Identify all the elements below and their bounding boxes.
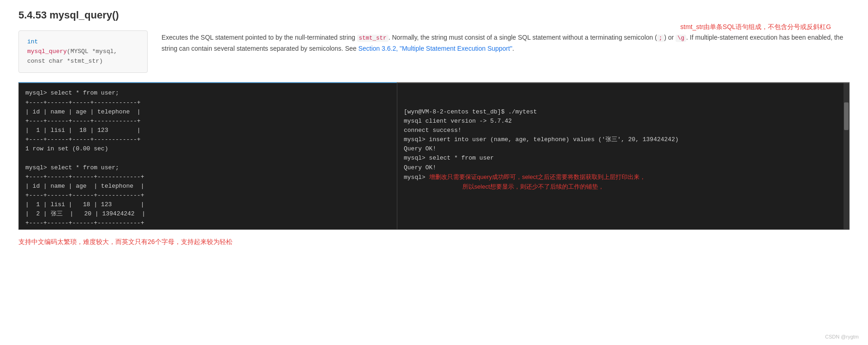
term-line6: mysql> select * from user bbox=[404, 155, 494, 161]
term-line2: mysql client version -> 5.7.42 bbox=[404, 118, 512, 125]
term-annotation2: 所以select想要显示，则还少不了后续的工作的铺垫， bbox=[425, 183, 604, 190]
terminal-right[interactable]: [wyn@VM-8-2-centos test_db]$ ./mytest my… bbox=[397, 82, 850, 230]
term-line8: mysql> bbox=[404, 174, 429, 181]
code-keyword-int: int bbox=[27, 38, 38, 45]
desc-text1: Executes the SQL statement pointed to by… bbox=[162, 34, 357, 41]
desc-code3: \g bbox=[676, 35, 686, 42]
desc-text3: ) or bbox=[664, 34, 676, 41]
description-text: Executes the SQL statement pointed to by… bbox=[162, 30, 850, 73]
desc-text5: . bbox=[512, 45, 514, 52]
code-block: int mysql_query(MYSQL *mysql, const char… bbox=[18, 30, 148, 73]
bottom-credit: CSDN @rygtm bbox=[825, 334, 859, 339]
desc-code2: ; bbox=[657, 35, 664, 42]
terminal-right-content: [wyn@VM-8-2-centos test_db]$ ./mytest my… bbox=[404, 107, 843, 192]
bottom-note: 支持中文编码太繁琐，难度较大，而英文只有26个字母，支持起来较为轻松 bbox=[18, 238, 850, 246]
term-line4: mysql> insert into user (name, age, tele… bbox=[404, 136, 679, 143]
term-line5: Query OK! bbox=[404, 145, 436, 152]
term-line1: [wyn@VM-8-2-centos test_db]$ ./mytest bbox=[404, 108, 537, 115]
term-annotation1: 增删改只需要保证query成功即可，select之后还需要将数据获取到上层打印出… bbox=[429, 173, 646, 180]
term-line3: connect success! bbox=[404, 127, 461, 134]
terminal-left[interactable]: mysql> select * from user; +----+------+… bbox=[18, 82, 397, 230]
code-param1: (MYSQL *mysql, bbox=[67, 48, 117, 55]
section-title: 5.4.53 mysql_query() bbox=[18, 9, 850, 21]
desc-text2: . Normally, the string must consist of a… bbox=[389, 34, 657, 41]
code-func-name: mysql_query bbox=[27, 48, 67, 55]
term-line7: Query OK! bbox=[404, 164, 436, 171]
desc-code1: stmt_str bbox=[357, 35, 389, 42]
scrollbar-thumb bbox=[844, 102, 849, 130]
desc-link[interactable]: Section 3.6.2, "Multiple Statement Execu… bbox=[358, 45, 512, 52]
code-param2: const char *stmt_str) bbox=[27, 58, 103, 65]
code-description-row: int mysql_query(MYSQL *mysql, const char… bbox=[18, 30, 850, 73]
page: stmt_str由单条SQL语句组成，不包含分号或反斜杠G 5.4.53 mys… bbox=[0, 0, 868, 345]
terminals-row: mysql> select * from user; +----+------+… bbox=[18, 82, 850, 230]
scrollbar[interactable] bbox=[844, 83, 849, 229]
top-annotation: stmt_str由单条SQL语句组成，不包含分号或反斜杠G bbox=[680, 23, 831, 31]
